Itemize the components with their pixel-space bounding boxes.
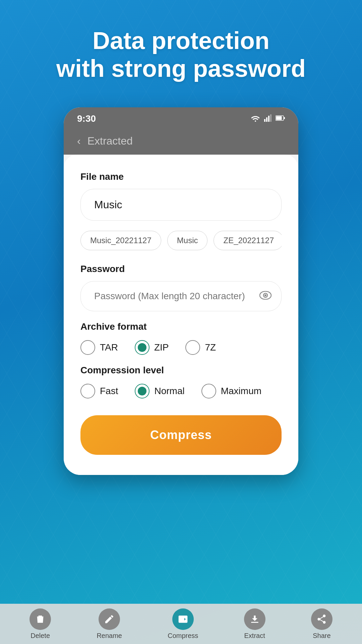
7z-radio[interactable]: [185, 340, 200, 355]
svg-rect-3: [268, 116, 269, 122]
svg-rect-4: [270, 114, 272, 122]
svg-point-10: [264, 294, 266, 297]
chip-1[interactable]: Music_20221127: [80, 231, 161, 250]
bottom-compress[interactable]: Compress: [168, 608, 198, 640]
bottom-action-bar: Delete Rename Compress Extract Share: [0, 604, 362, 644]
svg-rect-7: [284, 117, 285, 119]
file-name-label: File name: [80, 171, 282, 182]
status-bar: 9:30: [64, 107, 298, 129]
tar-radio[interactable]: [80, 340, 95, 355]
compress-modal: File name Music_20221127 Music ZE_202211…: [64, 155, 298, 475]
header-title-line1: Data protection: [93, 27, 269, 54]
maximum-label: Maximum: [221, 386, 261, 396]
battery-icon: [276, 115, 285, 122]
svg-rect-1: [264, 119, 265, 122]
compression-level-label: Compression level: [80, 365, 282, 376]
rename-icon-circle: [99, 608, 120, 630]
extract-label: Extract: [244, 632, 265, 640]
compression-maximum[interactable]: Maximum: [201, 384, 261, 398]
chips-row: Music_20221127 Music ZE_20221127 ZE_: [80, 231, 282, 250]
share-icon-circle: [311, 608, 333, 630]
fast-label: Fast: [100, 386, 118, 396]
header-section: Data protection with strong password: [0, 0, 362, 96]
password-input[interactable]: [80, 281, 282, 311]
phone-mockup: 9:30: [64, 107, 298, 475]
compress-icon-circle: [172, 608, 194, 630]
bottom-extract[interactable]: Extract: [244, 608, 265, 640]
chip-3[interactable]: ZE_20221127: [214, 231, 282, 250]
delete-label: Delete: [31, 632, 50, 640]
normal-label: Normal: [154, 386, 184, 396]
7z-label: 7Z: [205, 342, 216, 353]
header-title-line2: with strong password: [56, 55, 306, 82]
extract-icon-circle: [244, 608, 265, 630]
archive-zip[interactable]: ZIP: [135, 340, 169, 355]
fast-radio[interactable]: [80, 384, 95, 398]
file-name-input[interactable]: [80, 189, 282, 221]
svg-point-0: [255, 120, 256, 122]
signal-icon: [264, 114, 272, 123]
toolbar-title: Extracted: [87, 135, 133, 147]
status-time: 9:30: [77, 113, 96, 124]
bottom-share[interactable]: Share: [311, 608, 333, 640]
compression-level-group: Fast Normal Maximum: [80, 384, 282, 398]
svg-rect-2: [266, 117, 267, 122]
archive-format-group: TAR ZIP 7Z: [80, 340, 282, 355]
wifi-icon: [251, 114, 260, 123]
bottom-rename[interactable]: Rename: [97, 608, 122, 640]
password-wrapper: [80, 281, 282, 311]
chip-2[interactable]: Music: [167, 231, 208, 250]
archive-7z[interactable]: 7Z: [185, 340, 216, 355]
app-toolbar: ‹ Extracted: [64, 129, 298, 155]
zip-label: ZIP: [154, 342, 169, 353]
bottom-delete[interactable]: Delete: [29, 608, 51, 640]
rename-label: Rename: [97, 632, 122, 640]
compress-button[interactable]: Compress: [80, 415, 282, 455]
delete-icon-circle: [29, 608, 51, 630]
maximum-radio[interactable]: [201, 384, 216, 398]
archive-tar[interactable]: TAR: [80, 340, 118, 355]
compression-normal[interactable]: Normal: [135, 384, 184, 398]
compress-label: Compress: [168, 632, 198, 640]
svg-rect-6: [276, 116, 282, 120]
back-button[interactable]: ‹: [77, 135, 81, 147]
eye-icon[interactable]: [259, 290, 272, 303]
password-label: Password: [80, 264, 282, 274]
zip-radio[interactable]: [135, 340, 149, 355]
tar-label: TAR: [100, 342, 118, 353]
normal-radio[interactable]: [135, 384, 149, 398]
share-label: Share: [313, 632, 330, 640]
status-icons: [251, 114, 285, 123]
compression-fast[interactable]: Fast: [80, 384, 118, 398]
archive-format-label: Archive format: [80, 321, 282, 332]
